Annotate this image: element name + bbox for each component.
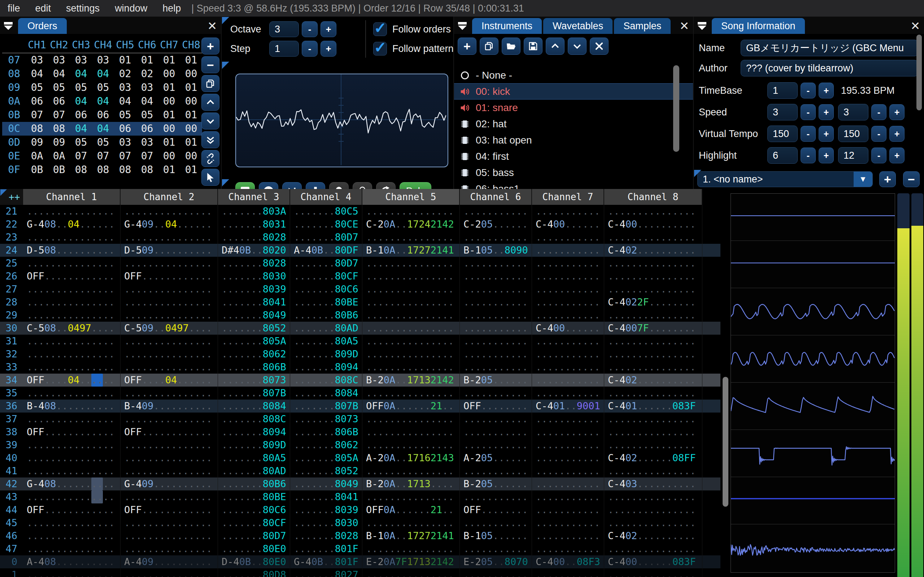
highlight1-plus-button[interactable]: + <box>819 148 834 163</box>
vtempo1-value[interactable]: 150 <box>767 126 798 142</box>
pattern-cell[interactable]: ............... <box>23 283 121 296</box>
pattern-cell[interactable]: ............... <box>604 205 703 218</box>
pattern-cell[interactable]: ............... <box>121 361 218 374</box>
pattern-cell[interactable]: .......8028 <box>218 231 290 244</box>
instrument-item[interactable]: 03: hat open <box>454 132 694 148</box>
order-cell[interactable]: 04 <box>70 95 92 108</box>
pattern-cell[interactable]: ........... <box>460 464 532 477</box>
pattern-cell[interactable]: ............... <box>121 335 218 348</box>
pattern-row[interactable]: 46.....................................8… <box>0 529 720 542</box>
pattern-cell[interactable]: B-20A..1713.... <box>362 477 460 490</box>
pattern-corner[interactable]: ++ <box>0 189 23 205</box>
order-cell[interactable]: 04 <box>26 67 48 81</box>
pattern-cell[interactable]: ............... <box>121 309 218 322</box>
order-cell[interactable]: 06 <box>26 95 48 108</box>
order-cell[interactable]: 02 <box>136 67 158 81</box>
pattern-cell[interactable]: ............... <box>121 257 218 270</box>
order-cell[interactable]: 08 <box>70 163 92 177</box>
pattern-editor[interactable]: ++Channel 1Channel 2Channel 3Channel 4Ch… <box>0 189 720 577</box>
speed2-value[interactable]: 3 <box>838 104 868 121</box>
pattern-cell[interactable]: ............... <box>604 516 703 529</box>
pattern-cell[interactable]: ........... <box>532 542 604 555</box>
pattern-cell[interactable]: C-20A..17242142 <box>362 218 460 231</box>
pattern-cell[interactable]: ............... <box>121 516 218 529</box>
pattern-cell[interactable]: ............... <box>362 490 460 503</box>
pattern-cell[interactable]: .......80D8 <box>218 568 290 577</box>
pattern-cell[interactable]: OFF....04...... <box>23 374 121 387</box>
order-cell[interactable]: 01 <box>136 53 158 67</box>
tab-samples[interactable]: Samples <box>614 18 670 34</box>
pattern-cell[interactable]: B-10A..17272141 <box>362 244 460 257</box>
pattern-row[interactable]: 37.....................................8… <box>0 413 720 425</box>
order-cell[interactable]: 00 <box>158 67 180 81</box>
order-cell[interactable]: 01 <box>180 108 202 122</box>
pattern-cell[interactable]: ........... <box>460 425 532 438</box>
timebase-minus-button[interactable]: - <box>801 82 816 98</box>
instrument-open-button[interactable] <box>502 37 520 55</box>
pattern-cell[interactable]: C-508..0497.... <box>23 322 121 335</box>
orders-row[interactable]: 0D0909050503030101 <box>2 135 202 149</box>
pattern-cell[interactable]: ............... <box>362 348 460 361</box>
pattern-cell[interactable]: C-403.......... <box>604 477 703 490</box>
pattern-cell[interactable]: .......8028 <box>218 257 290 270</box>
subsong-select[interactable]: 1. <no name> ▼ <box>697 171 873 187</box>
menu-item-settings[interactable]: settings <box>58 3 107 14</box>
pattern-cell[interactable]: G-409..04...... <box>121 218 218 231</box>
order-cell[interactable]: 04 <box>92 95 114 108</box>
pattern-cell[interactable]: ........... <box>460 270 532 283</box>
pattern-cell[interactable]: D-509.......... <box>121 244 218 257</box>
pattern-row[interactable]: 39.....................................8… <box>0 438 720 451</box>
pattern-cell[interactable]: B-20A..17132142 <box>362 374 460 387</box>
order-cell[interactable]: 03 <box>114 81 136 95</box>
pattern-row[interactable]: 1.....................................80… <box>0 568 720 577</box>
order-cell[interactable]: 03 <box>114 135 136 149</box>
collapse-icon[interactable] <box>0 18 16 34</box>
pattern-row[interactable]: 0A-408..........A-409..........D-40B..80… <box>0 555 720 568</box>
pattern-cell[interactable]: ............... <box>121 529 218 542</box>
order-cell[interactable]: 03 <box>92 53 114 67</box>
pattern-row[interactable]: 29.....................................8… <box>0 309 720 322</box>
order-cell[interactable]: 05 <box>26 81 48 95</box>
order-cell[interactable]: 03 <box>26 53 48 67</box>
pattern-cell[interactable]: ............... <box>604 387 703 400</box>
pattern-cell[interactable]: C-400...... <box>532 322 604 335</box>
pattern-cell[interactable]: ............... <box>362 438 460 451</box>
order-cell[interactable]: 07 <box>114 149 136 163</box>
pattern-cell[interactable]: ............... <box>23 387 121 400</box>
pattern-cell[interactable]: ............... <box>604 425 703 438</box>
pattern-cell[interactable]: .......80A5 <box>218 451 290 464</box>
channel-header-6[interactable]: Channel 6 <box>460 189 532 205</box>
scrollbar[interactable] <box>916 35 922 110</box>
pattern-cell[interactable]: ........... <box>532 477 604 490</box>
instrument-save-button[interactable] <box>524 37 543 55</box>
orders-unlink-button[interactable] <box>201 150 220 167</box>
pattern-cell[interactable]: D-508.......... <box>23 244 121 257</box>
pattern-cell[interactable]: ........... <box>460 490 532 503</box>
speed2-minus-button[interactable]: - <box>871 104 887 120</box>
order-cell[interactable]: 03 <box>136 135 158 149</box>
order-cell[interactable]: 05 <box>136 108 158 122</box>
pattern-cell[interactable]: ........... <box>532 568 604 577</box>
order-cell[interactable]: 01 <box>158 81 180 95</box>
pattern-cell[interactable]: OFF............ <box>121 270 218 283</box>
order-cell[interactable]: 05 <box>92 81 114 95</box>
orders-row[interactable]: 070303030301010101 <box>2 53 202 67</box>
order-cell[interactable]: 01 <box>180 81 202 95</box>
pattern-cell[interactable]: .......809D <box>218 438 290 451</box>
pattern-cell[interactable]: OFF........ <box>460 503 532 516</box>
octave-plus-button[interactable]: + <box>320 21 336 37</box>
pattern-cell[interactable]: ............... <box>604 309 703 322</box>
pattern-cell[interactable]: G-408.......... <box>23 477 121 490</box>
pattern-cell[interactable]: ........... <box>460 516 532 529</box>
pattern-cell[interactable]: ............... <box>23 361 121 374</box>
vtempo1-plus-button[interactable]: + <box>819 126 834 142</box>
pattern-row[interactable]: 25.....................................8… <box>0 257 720 270</box>
pattern-cell[interactable]: C-400..08F3 <box>532 555 604 568</box>
orders-row[interactable]: 0F0B0B080808080101 <box>2 163 202 177</box>
order-cell[interactable]: 07 <box>26 108 48 122</box>
pattern-cell[interactable]: ............... <box>604 464 703 477</box>
orders-remove-button[interactable]: − <box>201 56 220 73</box>
pattern-row[interactable]: 21.....................................8… <box>0 205 720 218</box>
octave-minus-button[interactable]: - <box>302 21 318 37</box>
channel-header-5[interactable]: Channel 5 <box>362 189 460 205</box>
